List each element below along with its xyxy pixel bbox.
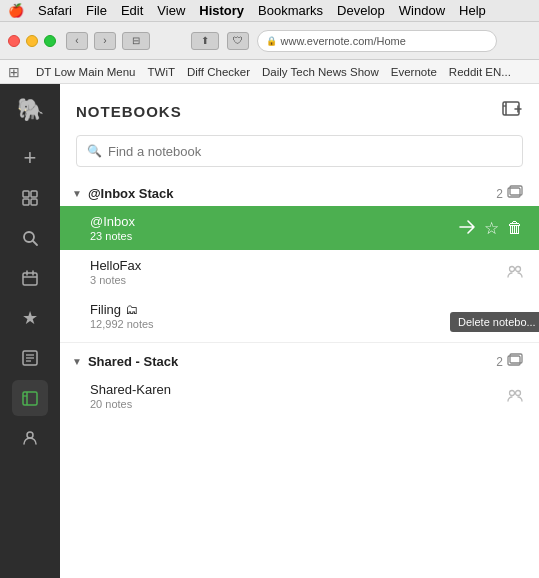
menu-safari[interactable]: Safari: [38, 3, 72, 18]
filing-notebook-count: 12,992 notes: [90, 318, 154, 330]
delete-notebook-tooltip: Delete notebo...: [450, 312, 539, 332]
menu-apple[interactable]: 🍎: [8, 3, 24, 18]
svg-point-26: [516, 266, 521, 271]
shared-stack-header-left: ▼ Shared - Stack: [72, 354, 178, 369]
svg-line-5: [33, 241, 37, 245]
traffic-lights: [8, 35, 56, 47]
maximize-button[interactable]: [44, 35, 56, 47]
search-bar[interactable]: 🔍: [76, 135, 523, 167]
shared-karen-notebook-row[interactable]: Shared-Karen 20 notes: [60, 374, 539, 418]
inbox-stack-header[interactable]: ▼ @Inbox Stack 2: [60, 179, 539, 206]
close-button[interactable]: [8, 35, 20, 47]
svg-point-30: [516, 390, 521, 395]
shortcuts-button[interactable]: [12, 180, 48, 216]
section-divider: [60, 342, 539, 343]
title-bar: ‹ › ⊟ ⬆ 🛡 🔒 www.evernote.com/Home: [0, 22, 539, 60]
main-panel: NOTEBOOKS 🔍 ▼ @Inbox St: [60, 84, 539, 578]
shared-stack-chevron: ▼: [72, 356, 82, 367]
search-icon: 🔍: [87, 144, 102, 158]
shared-stack-name: Shared - Stack: [88, 354, 178, 369]
inbox-stack-name: @Inbox Stack: [88, 186, 174, 201]
search-sidebar-button[interactable]: [12, 220, 48, 256]
share-notebook-icon[interactable]: [458, 219, 476, 238]
svg-rect-6: [23, 273, 37, 285]
account-button[interactable]: [12, 420, 48, 456]
svg-rect-14: [23, 392, 37, 405]
share-button[interactable]: ⬆: [191, 32, 219, 50]
forward-button[interactable]: ›: [94, 32, 116, 50]
shared-karen-shared-icon: [507, 388, 523, 405]
search-input[interactable]: [108, 144, 512, 159]
svg-rect-2: [23, 199, 29, 205]
reminders-button[interactable]: [12, 260, 48, 296]
svg-rect-0: [23, 191, 29, 197]
bookmark-twit[interactable]: TWiT: [148, 66, 175, 78]
bookmark-diff-checker[interactable]: Diff Checker: [187, 66, 250, 78]
svg-rect-1: [31, 191, 37, 197]
shared-stack-count: 2: [496, 353, 523, 370]
inbox-notebook-count: 23 notes: [90, 230, 135, 242]
url-text: www.evernote.com/Home: [281, 35, 406, 47]
address-bar[interactable]: 🔒 www.evernote.com/Home: [257, 30, 497, 52]
inbox-stack-count: 2: [496, 185, 523, 202]
notebooks-title: NOTEBOOKS: [76, 103, 182, 120]
shared-karen-notebook-name: Shared-Karen: [90, 382, 171, 397]
grid-icon[interactable]: ⊞: [8, 64, 20, 80]
svg-point-17: [27, 432, 33, 438]
menu-history[interactable]: History: [199, 3, 244, 18]
minimize-button[interactable]: [26, 35, 38, 47]
bookmarks-bar: ⊞ DT Low Main Menu TWiT Diff Checker Dai…: [0, 60, 539, 84]
menu-window[interactable]: Window: [399, 3, 445, 18]
shared-karen-notebook-count: 20 notes: [90, 398, 171, 410]
inbox-notebook-left: @Inbox 23 notes: [90, 214, 135, 242]
hellofax-shared-icon: [507, 264, 523, 281]
hellofax-notebook-left: HelloFax 3 notes: [90, 258, 141, 286]
notes-button[interactable]: [12, 340, 48, 376]
shield-button[interactable]: 🛡: [227, 32, 249, 50]
hellofax-notebook-row[interactable]: HelloFax 3 notes: [60, 250, 539, 294]
icon-sidebar: 🐘 + ★: [0, 84, 60, 578]
evernote-logo[interactable]: 🐘: [12, 92, 48, 128]
stack-icon: [507, 185, 523, 202]
bookmark-daily-tech[interactable]: Daily Tech News Show: [262, 66, 379, 78]
star-notebook-icon[interactable]: ☆: [484, 218, 499, 239]
menu-help[interactable]: Help: [459, 3, 486, 18]
stack-header-left: ▼ @Inbox Stack: [72, 186, 174, 201]
bookmark-evernote[interactable]: Evernote: [391, 66, 437, 78]
filing-notebook-left: Filing 🗂 12,992 notes: [90, 302, 154, 330]
shared-stack-header[interactable]: ▼ Shared - Stack 2: [60, 347, 539, 374]
inbox-stack-chevron: ▼: [72, 188, 82, 199]
menu-bookmarks[interactable]: Bookmarks: [258, 3, 323, 18]
menu-file[interactable]: File: [86, 3, 107, 18]
bookmark-dt-low[interactable]: DT Low Main Menu: [36, 66, 136, 78]
show-tabs-button[interactable]: ⊟: [122, 32, 150, 50]
inbox-notebook-actions: ☆ 🗑: [458, 218, 523, 239]
shared-stack-icon: [507, 353, 523, 370]
hellofax-notebook-name: HelloFax: [90, 258, 141, 273]
menu-view[interactable]: View: [157, 3, 185, 18]
starred-button[interactable]: ★: [12, 300, 48, 336]
shared-karen-notebook-left: Shared-Karen 20 notes: [90, 382, 171, 410]
hellofax-notebook-count: 3 notes: [90, 274, 141, 286]
inbox-notebook-row[interactable]: @Inbox 23 notes ☆ 🗑: [60, 206, 539, 250]
notebooks-header: NOTEBOOKS: [60, 84, 539, 135]
menu-develop[interactable]: Develop: [337, 3, 385, 18]
filing-notebook-name: Filing 🗂: [90, 302, 154, 317]
notebook-list: ▼ @Inbox Stack 2 @Inbox: [60, 179, 539, 578]
svg-rect-3: [31, 199, 37, 205]
inbox-notebook-name: @Inbox: [90, 214, 135, 229]
svg-point-29: [510, 390, 515, 395]
notebooks-sidebar-button[interactable]: [12, 380, 48, 416]
app-body: 🐘 + ★: [0, 84, 539, 578]
menu-edit[interactable]: Edit: [121, 3, 143, 18]
menu-bar: 🍎 Safari File Edit View History Bookmark…: [0, 0, 539, 22]
bookmark-reddit[interactable]: Reddit EN...: [449, 66, 511, 78]
add-notebook-button[interactable]: [501, 98, 523, 125]
back-button[interactable]: ‹: [66, 32, 88, 50]
svg-point-25: [510, 266, 515, 271]
new-note-button[interactable]: +: [12, 140, 48, 176]
delete-notebook-icon[interactable]: 🗑: [507, 219, 523, 237]
